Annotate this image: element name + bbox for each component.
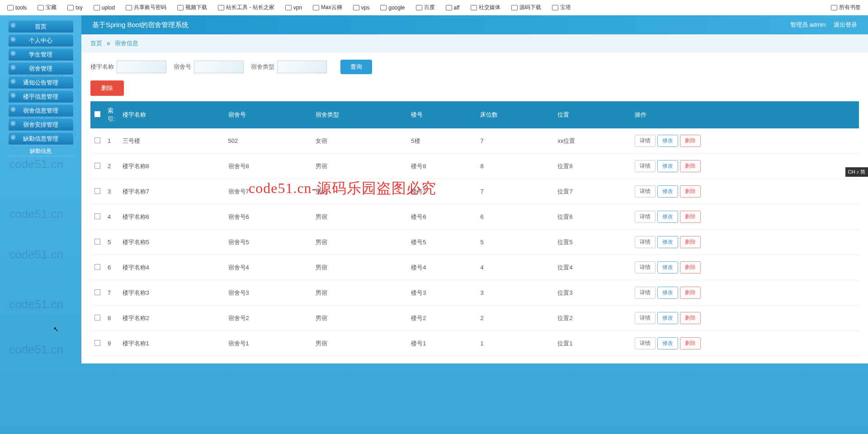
cell-index: 5 [104,230,119,255]
cell-operate: 详情 修改 删除 [631,255,859,280]
edit-button[interactable]: 修改 [657,211,678,223]
sidebar-menu-item[interactable]: 宿舍安排管理 [8,118,74,131]
row-delete-button[interactable]: 删除 [680,160,701,172]
bookmark-label: aff [454,5,460,11]
edit-button[interactable]: 修改 [657,185,678,198]
bookmark-item[interactable]: uplod [94,4,115,11]
row-delete-button[interactable]: 删除 [680,261,701,274]
cell-operate: 详情 修改 删除 [631,230,859,255]
row-delete-button[interactable]: 删除 [680,337,701,349]
bookmark-item[interactable]: 宝塔 [552,4,571,11]
detail-button[interactable]: 详情 [635,185,656,198]
cell-operate: 详情 修改 删除 [631,179,859,204]
row-checkbox[interactable] [94,289,100,295]
cell-floorno: 楼号5 [407,230,476,255]
edit-button[interactable]: 修改 [657,261,678,274]
cell-building: 三号楼 [119,128,225,154]
table-row: 7 楼宇名称3 宿舍号3 男宿 楼号3 3 位置3 详情 修改 删除 [90,280,859,306]
bookmark-item[interactable]: txy [67,4,82,11]
detail-button[interactable]: 详情 [635,312,656,324]
row-checkbox[interactable] [94,137,100,143]
edit-button[interactable]: 修改 [657,160,678,172]
row-delete-button[interactable]: 删除 [680,135,701,147]
sidebar-menu-item[interactable]: 学生管理 [8,48,74,61]
row-checkbox[interactable] [94,239,100,245]
cell-location: 位置5 [554,230,631,255]
row-checkbox[interactable] [94,163,100,169]
detail-button[interactable]: 详情 [635,337,656,349]
row-delete-button[interactable]: 删除 [680,312,701,324]
sidebar-menu-item[interactable]: 楼宇信息管理 [8,90,74,103]
cell-index: 2 [104,154,119,179]
row-checkbox[interactable] [94,340,100,346]
bookmark-item[interactable]: aff [446,4,460,11]
folder-icon [177,5,184,10]
sidebar-menu-item[interactable]: 个人中心 [8,34,74,47]
logout-link[interactable]: 退出登录 [834,21,857,29]
table-row: 4 楼宇名称6 宿舍号6 男宿 楼号6 6 位置6 详情 修改 删除 [90,204,859,230]
row-checkbox[interactable] [94,188,100,194]
row-delete-button[interactable]: 删除 [680,287,701,299]
cell-location: 位置7 [554,179,631,204]
row-checkbox[interactable] [94,315,100,321]
edit-button[interactable]: 修改 [657,312,678,324]
sidebar-menu-item[interactable]: 通知公告管理 [8,76,74,89]
cell-dormtype: 男宿 [312,331,407,356]
bookmark-item[interactable]: vps [353,4,370,11]
detail-button[interactable]: 详情 [635,287,656,299]
checkbox-all[interactable] [94,111,100,117]
bookmark-item[interactable]: 站长工具 - 站长之家 [218,4,274,11]
folder-icon [218,5,224,10]
row-delete-button[interactable]: 删除 [680,236,701,248]
input-building[interactable] [117,61,166,73]
detail-button[interactable]: 详情 [635,236,656,248]
detail-button[interactable]: 详情 [635,261,656,274]
row-checkbox[interactable] [94,213,100,219]
content-area: 楼宇名称 宿舍号 宿舍类型 查询 删除 索引: [81,52,868,363]
sidebar-sub-absence[interactable]: 缺勤信息 [8,146,74,156]
sidebar-sub-label: 缺勤信息 [30,147,52,155]
row-delete-button[interactable]: 删除 [680,211,701,223]
bookmark-item[interactable]: vpn [285,4,302,11]
bookmark-item[interactable]: tools [7,4,27,11]
breadcrumb-home[interactable]: 首页 [90,39,102,47]
bookmark-item[interactable]: 宝藏 [38,4,57,11]
edit-button[interactable]: 修改 [657,236,678,248]
delete-button[interactable]: 删除 [90,80,124,96]
edit-button[interactable]: 修改 [657,287,678,299]
bookmark-item[interactable]: 共享账号密码 [126,4,166,11]
detail-button[interactable]: 详情 [635,160,656,172]
cell-index: 3 [104,179,119,204]
bookmark-item[interactable]: 百度 [416,4,435,11]
cell-building: 楼宇名称7 [119,179,225,204]
row-checkbox[interactable] [94,264,100,270]
sidebar-menu-item[interactable]: 宿舍信息管理 [8,104,74,117]
cell-floorno: 楼号6 [407,204,476,230]
bookmark-all[interactable]: 所有书签 [831,4,861,11]
input-dormtype[interactable] [277,61,327,73]
folder-icon [126,5,132,10]
bookmark-label: 站长工具 - 站长之家 [226,4,274,11]
detail-button[interactable]: 详情 [635,135,656,147]
cell-building: 楼宇名称3 [119,280,225,306]
folder-icon [831,5,837,10]
row-delete-button[interactable]: 删除 [680,185,701,198]
sidebar-menu-item[interactable]: 缺勤信息管理 [8,132,74,145]
bookmark-label: 宝塔 [560,4,571,11]
cell-dormtype: 男宿 [312,179,407,204]
edit-button[interactable]: 修改 [657,135,678,147]
bookmark-item[interactable]: google [380,4,405,11]
breadcrumb-sep: ≡ [107,40,110,47]
cell-dormtype: 女宿 [312,128,407,154]
detail-button[interactable]: 详情 [635,211,656,223]
cell-index: 7 [104,280,119,306]
bookmark-item[interactable]: 源码下载 [511,4,541,11]
bookmark-item[interactable]: 视频下载 [177,4,207,11]
bookmark-item[interactable]: Max云梯 [313,4,342,11]
input-dormno[interactable] [194,61,244,73]
bookmark-item[interactable]: 社交媒体 [471,4,500,11]
query-button[interactable]: 查询 [340,60,372,74]
sidebar-menu-item[interactable]: 首页 [8,20,74,33]
edit-button[interactable]: 修改 [657,337,678,349]
sidebar-menu-item[interactable]: 宿舍管理 [8,62,74,75]
